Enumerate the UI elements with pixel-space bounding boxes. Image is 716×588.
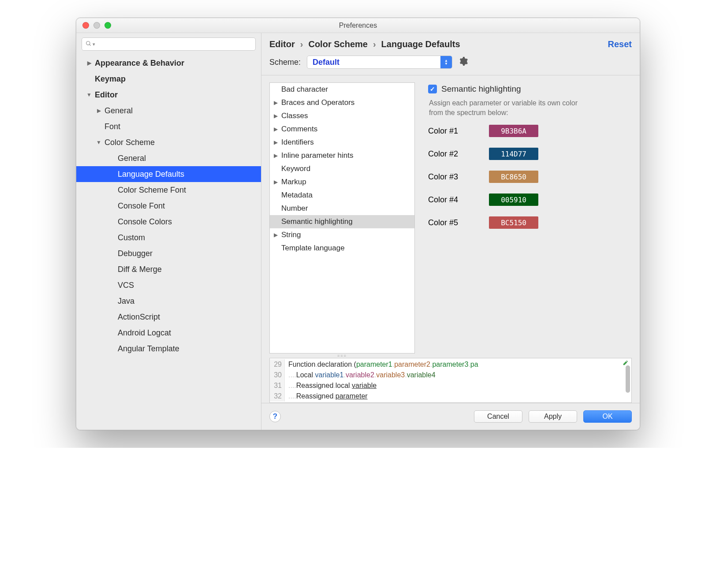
code-content: ....Reassigned.parameter — [285, 391, 368, 402]
sidebar-item-custom[interactable]: ▶Custom — [76, 230, 261, 246]
line-number: 30 — [270, 370, 285, 380]
category-item-label: String — [281, 231, 301, 239]
color-label: Color #3 — [428, 172, 458, 182]
sidebar-item-java[interactable]: ▶Java — [76, 293, 261, 309]
sidebar-item-vcs[interactable]: ▶VCS — [76, 277, 261, 293]
chevron-right-icon: › — [300, 39, 303, 49]
color-swatch[interactable]: 9B3B6A — [489, 125, 538, 137]
semantic-hint: Assign each parameter or variable its ow… — [429, 98, 579, 118]
preview-line: 30....Local.variable1.variable2.variable… — [270, 370, 631, 380]
sidebar-item-label: Java — [118, 297, 134, 306]
color-swatch[interactable]: BC5150 — [489, 216, 538, 229]
sidebar-item-label: Console Font — [118, 201, 165, 211]
gear-icon[interactable] — [459, 56, 468, 68]
search-input[interactable]: ▾ — [82, 37, 256, 51]
category-item-label: Identifiers — [281, 138, 314, 147]
sidebar-item-label: Debugger — [118, 249, 153, 258]
sidebar-item-language-defaults[interactable]: ▶Language Defaults — [76, 166, 261, 182]
sidebar-item-console-font[interactable]: ▶Console Font — [76, 198, 261, 214]
sidebar-item-label: Language Defaults — [118, 170, 184, 179]
color-label: Color #2 — [428, 149, 458, 159]
breadcrumb-color-scheme[interactable]: Color Scheme — [308, 39, 367, 49]
ok-button[interactable]: OK — [583, 410, 632, 423]
sidebar-item-label: Color Scheme Font — [118, 186, 186, 195]
category-item-string[interactable]: ▶String — [270, 228, 414, 242]
preferences-window: Preferences ▾ ▶Appearance & Behavior▶Key… — [76, 18, 640, 430]
sidebar-item-general[interactable]: ▶General — [76, 150, 261, 166]
category-item-template-language[interactable]: ▶Template language — [270, 242, 414, 255]
preview-scrollbar[interactable] — [626, 365, 630, 393]
chevron-right-icon: ▶ — [272, 153, 279, 159]
settings-tree: ▶Appearance & Behavior▶Keymap▼Editor▶Gen… — [76, 53, 261, 430]
color-swatch[interactable]: 005910 — [489, 194, 538, 206]
sidebar-item-label: Editor — [95, 90, 118, 100]
color-label: Color #1 — [428, 127, 458, 136]
search-history-chevron-icon[interactable]: ▾ — [93, 41, 95, 47]
chevron-right-icon: ▶ — [272, 126, 279, 132]
category-item-label: Template language — [281, 244, 345, 253]
sidebar-item-angular-template[interactable]: ▶Angular Template — [76, 341, 261, 357]
svg-point-0 — [86, 41, 90, 45]
category-item-label: Keyword — [281, 164, 310, 173]
titlebar: Preferences — [76, 18, 640, 33]
category-item-label: Number — [281, 204, 308, 213]
search-field[interactable] — [98, 41, 252, 48]
window-title: Preferences — [76, 22, 640, 30]
chevron-right-icon: ▶ — [272, 113, 279, 119]
category-item-label: Classes — [281, 112, 308, 120]
sidebar-item-color-scheme-font[interactable]: ▶Color Scheme Font — [76, 182, 261, 198]
sidebar-item-label: General — [104, 106, 133, 115]
color-swatch[interactable]: BC8650 — [489, 171, 538, 183]
category-item-comments[interactable]: ▶Comments — [270, 123, 414, 136]
category-item-number[interactable]: ▶Number — [270, 202, 414, 215]
sidebar-item-font[interactable]: ▶Font — [76, 119, 261, 134]
category-item-keyword[interactable]: ▶Keyword — [270, 162, 414, 175]
sidebar-item-debugger[interactable]: ▶Debugger — [76, 246, 261, 261]
sidebar-item-general[interactable]: ▶General — [76, 103, 261, 119]
chevron-right-icon: ▶ — [272, 139, 279, 145]
line-number: 32 — [270, 391, 285, 402]
sidebar-item-actionscript[interactable]: ▶ActionScript — [76, 309, 261, 325]
cancel-button[interactable]: Cancel — [474, 410, 522, 423]
category-item-label: Markup — [281, 178, 306, 186]
category-item-inline-parameter-hints[interactable]: ▶Inline parameter hints — [270, 149, 414, 162]
color-row: Color #5BC5150 — [428, 216, 632, 229]
help-button[interactable]: ? — [269, 411, 281, 422]
sidebar-item-keymap[interactable]: ▶Keymap — [76, 71, 261, 87]
category-item-label: Bad character — [281, 85, 328, 94]
category-item-semantic-highlighting[interactable]: ▶Semantic highlighting — [270, 215, 414, 228]
chevron-down-icon: ▼ — [96, 139, 102, 145]
preview-line: 31....Reassigned.local.variable — [270, 380, 631, 391]
sidebar-item-android-logcat[interactable]: ▶Android Logcat — [76, 325, 261, 341]
color-swatch[interactable]: 114D77 — [489, 148, 538, 160]
reset-link[interactable]: Reset — [608, 39, 632, 49]
category-item-classes[interactable]: ▶Classes — [270, 109, 414, 123]
scheme-select[interactable]: Default ▲▼ — [307, 56, 452, 69]
category-item-metadata[interactable]: ▶Metadata — [270, 189, 414, 202]
category-item-bad-character[interactable]: ▶Bad character — [270, 83, 414, 96]
color-list: Color #19B3B6AColor #2114D77Color #3BC86… — [428, 125, 632, 229]
split-handle[interactable]: ≡≡≡ — [269, 354, 415, 358]
apply-button[interactable]: Apply — [529, 410, 577, 423]
code-preview[interactable]: 29Function.declaration.(parameter1.param… — [269, 358, 632, 403]
sidebar-item-color-scheme[interactable]: ▼Color Scheme — [76, 134, 261, 150]
category-item-identifiers[interactable]: ▶Identifiers — [270, 136, 414, 149]
line-number: 31 — [270, 380, 285, 391]
options-panel: ✓ Semantic highlighting Assign each para… — [415, 82, 632, 358]
sidebar-item-appearance-behavior[interactable]: ▶Appearance & Behavior — [76, 55, 261, 71]
chevron-right-icon: ▶ — [86, 60, 92, 66]
main-panel: Editor › Color Scheme › Language Default… — [261, 33, 640, 430]
color-row: Color #3BC8650 — [428, 171, 632, 183]
sidebar-item-label: Color Scheme — [104, 138, 155, 147]
category-item-label: Semantic highlighting — [281, 217, 353, 226]
semantic-highlighting-checkbox[interactable]: ✓ — [428, 85, 437, 93]
breadcrumb-editor[interactable]: Editor — [269, 39, 295, 49]
color-row: Color #4005910 — [428, 194, 632, 206]
category-item-braces-and-operators[interactable]: ▶Braces and Operators — [270, 96, 414, 109]
category-item-markup[interactable]: ▶Markup — [270, 175, 414, 189]
sidebar-item-editor[interactable]: ▼Editor — [76, 87, 261, 103]
sidebar-item-diff-merge[interactable]: ▶Diff & Merge — [76, 261, 261, 277]
code-content: ....Reassigned.local.variable — [285, 380, 377, 391]
sidebar-item-console-colors[interactable]: ▶Console Colors — [76, 214, 261, 230]
line-number: 29 — [270, 359, 285, 370]
